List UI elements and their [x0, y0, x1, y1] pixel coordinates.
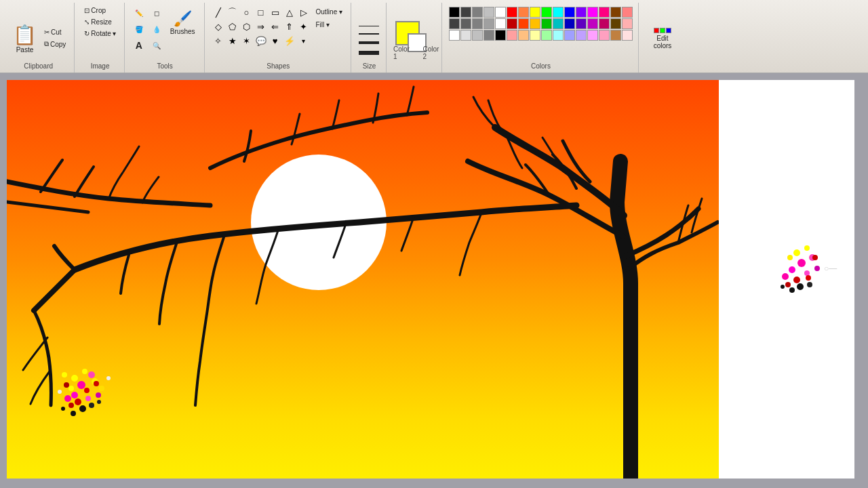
palette-swatch-row3-2[interactable]	[472, 30, 483, 41]
oval-shape-button[interactable]: ○	[240, 5, 254, 19]
magnifier-button[interactable]: 🔍	[149, 38, 164, 53]
rtarrow-shape-button[interactable]: ⇒	[254, 20, 268, 33]
palette-swatch-row2-11[interactable]	[576, 18, 587, 29]
line-shape-button[interactable]: ╱	[212, 5, 225, 19]
rotate-icon: ↻	[84, 30, 90, 37]
palette-swatch-row2-7[interactable]	[530, 18, 540, 29]
palette-swatch-row2-2[interactable]	[472, 18, 483, 29]
palette-swatch-row2-9[interactable]	[553, 18, 564, 29]
paste-button[interactable]: 📋 Paste	[8, 18, 41, 59]
brush-icon: 🖌️	[174, 10, 192, 28]
resize-button[interactable]: ⤡ Resize	[81, 17, 115, 27]
palette-swatch-row2-13[interactable]	[599, 18, 610, 29]
outline-button[interactable]: Outline ▾	[313, 7, 345, 17]
size-2-button[interactable]	[359, 33, 379, 35]
palette-swatch-row1-6[interactable]	[518, 7, 529, 18]
size-4-button[interactable]	[359, 51, 379, 55]
palette-swatch-row1-11[interactable]	[576, 7, 587, 18]
callout-shape-button[interactable]: 💬	[254, 34, 268, 47]
palette-swatch-row3-6[interactable]	[518, 30, 529, 41]
palette-swatch-row1-4[interactable]	[495, 7, 506, 18]
palette-swatch-row1-5[interactable]	[507, 7, 517, 18]
palette-swatch-row3-1[interactable]	[460, 30, 471, 41]
main-canvas[interactable]	[7, 80, 719, 479]
edit-colors-button[interactable]: Editcolors	[646, 26, 679, 52]
heart-shape-button[interactable]: ♥	[269, 34, 282, 47]
palette-swatch-row2-3[interactable]	[484, 18, 494, 29]
palette-swatch-row3-13[interactable]	[599, 30, 610, 41]
more-shapes-button[interactable]: ▾	[297, 34, 311, 47]
palette-swatch-row2-15[interactable]	[622, 18, 633, 29]
leftarrow-shape-button[interactable]: ⇐	[269, 20, 282, 33]
tools-label: Tools	[157, 62, 172, 70]
lightning-shape-button[interactable]: ⚡	[283, 34, 296, 47]
size-3-button[interactable]	[359, 41, 379, 44]
uparrow-shape-button[interactable]: ⇑	[283, 20, 296, 33]
canvas-area[interactable]: ○—	[0, 73, 868, 488]
fill-button[interactable]: 🪣	[132, 22, 146, 37]
rotate-button[interactable]: ↻ Rotate ▾	[81, 28, 118, 39]
hexagon-shape-button[interactable]: ⬡	[240, 20, 254, 33]
palette-swatch-row3-8[interactable]	[541, 30, 552, 41]
star5-shape-button[interactable]: ★	[226, 34, 239, 47]
palette-swatch-row1-8[interactable]	[541, 7, 552, 18]
cut-button[interactable]: ✂ Cut	[41, 27, 68, 37]
copy-button[interactable]: ⧉ Copy	[41, 39, 68, 49]
svg-point-4	[62, 372, 67, 378]
image-label: Image	[91, 62, 110, 70]
palette-swatch-row3-11[interactable]	[576, 30, 587, 41]
palette-swatch-row3-10[interactable]	[564, 30, 575, 41]
color2-label: Color 2	[422, 45, 441, 60]
palette-swatch-row1-9[interactable]	[553, 7, 564, 18]
palette-swatch-row3-15[interactable]	[622, 30, 633, 41]
crop-button[interactable]: ⊡ Crop	[81, 5, 108, 16]
palette-swatch-row3-0[interactable]	[449, 30, 460, 41]
palette-swatch-row3-4[interactable]	[495, 30, 506, 41]
palette-swatch-row1-15[interactable]	[622, 7, 633, 18]
palette-swatch-row2-5[interactable]	[507, 18, 517, 29]
palette-swatch-row1-13[interactable]	[599, 7, 610, 18]
palette-swatch-row3-12[interactable]	[587, 30, 598, 41]
palette-swatch-row2-0[interactable]	[449, 18, 460, 29]
palette-swatch-row1-2[interactable]	[472, 7, 483, 18]
svg-point-34	[806, 275, 811, 281]
svg-point-21	[97, 400, 101, 404]
star4-shape-button[interactable]: ✧	[212, 34, 225, 47]
palette-swatch-row3-14[interactable]	[610, 30, 621, 41]
palette-swatch-row1-14[interactable]	[610, 7, 621, 18]
palette-swatch-row3-5[interactable]	[507, 30, 517, 41]
pencil-button[interactable]: ✏️	[132, 5, 146, 20]
palette-swatch-row1-3[interactable]	[484, 7, 494, 18]
palette-swatch-row1-0[interactable]	[449, 7, 460, 18]
palette-swatch-row1-7[interactable]	[530, 7, 540, 18]
palette-swatch-row1-10[interactable]	[564, 7, 575, 18]
palette-swatch-row2-12[interactable]	[587, 18, 598, 29]
palette-swatch-row3-3[interactable]	[484, 30, 494, 41]
palette-swatch-row2-6[interactable]	[518, 18, 529, 29]
palette-swatch-row2-14[interactable]	[610, 18, 621, 29]
arrow-r-shape-button[interactable]: ▷	[297, 5, 311, 19]
palette-swatch-row2-10[interactable]	[564, 18, 575, 29]
palette-swatch-row1-1[interactable]	[460, 7, 471, 18]
fill-shape-button[interactable]: Fill ▾	[313, 20, 345, 30]
text-button[interactable]: A	[132, 38, 146, 53]
rect-shape-button[interactable]: □	[254, 5, 268, 19]
svg-point-6	[77, 381, 85, 389]
palette-swatch-row2-8[interactable]	[541, 18, 552, 29]
size-1-button[interactable]	[359, 26, 379, 26]
palette-swatch-row2-4[interactable]	[495, 18, 506, 29]
color-picker-button[interactable]: 💧	[149, 22, 164, 37]
roundrect-shape-button[interactable]: ▭	[269, 5, 282, 19]
brushes-button[interactable]: 🖌️ Brushes	[167, 5, 199, 39]
eraser-button[interactable]: ◻	[149, 5, 164, 20]
triangle-shape-button[interactable]: △	[283, 5, 296, 19]
curve-shape-button[interactable]: ⌒	[226, 5, 239, 19]
pentagon-shape-button[interactable]: ⬠	[226, 20, 239, 33]
4arrow-shape-button[interactable]: ✦	[297, 20, 311, 33]
palette-swatch-row2-1[interactable]	[460, 18, 471, 29]
palette-swatch-row1-12[interactable]	[587, 7, 598, 18]
palette-swatch-row3-7[interactable]	[530, 30, 540, 41]
palette-swatch-row3-9[interactable]	[553, 30, 564, 41]
star6-shape-button[interactable]: ✶	[240, 34, 254, 47]
diamond-shape-button[interactable]: ◇	[212, 20, 225, 33]
